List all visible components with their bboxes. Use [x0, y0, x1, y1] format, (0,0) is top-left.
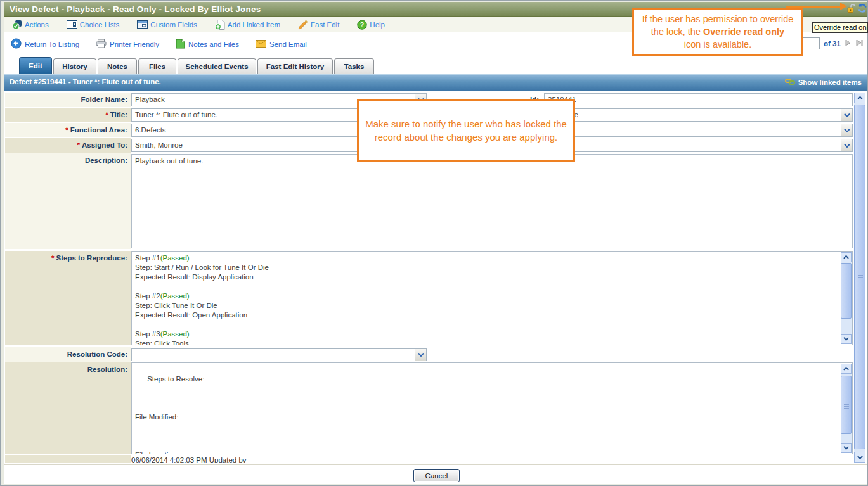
add-linked-item-label: Add Linked Item — [228, 21, 280, 29]
fast-edit-button[interactable]: Fast Edit — [298, 20, 339, 30]
right-field-2-combobox[interactable]: Duplicate — [544, 108, 853, 122]
send-email-link[interactable]: Send Email — [256, 40, 307, 49]
steps-textarea[interactable]: Step #1(Passed) Step: Start / Run / Look… — [131, 251, 853, 345]
functional-area-value: 6.Defects — [135, 126, 166, 134]
tab-fast-edit-history[interactable]: Fast Edit History — [257, 58, 333, 74]
resolution-code-label-cell: Resolution Code: — [5, 347, 131, 362]
custom-fields-icon — [137, 20, 148, 29]
scroll-down-icon[interactable] — [854, 452, 865, 463]
page-title: View Defect - Playback - Read Only - Loc… — [10, 4, 261, 14]
send-email-label: Send Email — [269, 41, 307, 48]
show-linked-items-link[interactable]: Show linked items — [785, 77, 862, 87]
resolution-label: Resolution: — [87, 366, 127, 373]
custom-fields-button[interactable]: Custom Fields — [137, 20, 197, 29]
notes-and-files-label: Notes and Files — [188, 41, 239, 48]
resolution-textarea[interactable]: Steps to Resolve: File Modified: File Lo… — [131, 362, 853, 454]
notes-and-files-link[interactable]: Notes and Files — [176, 39, 239, 50]
title-value: Tuner *: Flute out of tune. — [135, 111, 217, 118]
right-field-4-combobox[interactable] — [544, 139, 853, 152]
steps-scrollbar[interactable] — [841, 252, 852, 344]
printer-friendly-link[interactable]: Printer Friendly — [96, 39, 159, 49]
steps-label: Steps to Reproduce: — [56, 254, 127, 262]
steps-label-cell: *Steps to Reproduce: — [5, 251, 131, 346]
choice-lists-label: Choice Lists — [80, 21, 120, 29]
resolution-label-cell: Resolution: — [5, 362, 131, 455]
actions-icon — [12, 20, 22, 30]
required-marker: * — [51, 254, 54, 262]
tab-strip: Edit History Notes Files Scheduled Event… — [4, 55, 867, 74]
id-field[interactable]: 2519441 — [544, 93, 853, 106]
linked-chain-icon — [785, 77, 795, 87]
annotation-callout-top: If the user has permission to override t… — [632, 8, 803, 56]
title-label-cell: *Title: — [5, 108, 131, 123]
scroll-down-icon[interactable] — [841, 443, 852, 453]
fast-edit-icon — [298, 20, 308, 30]
show-linked-items-label: Show linked items — [798, 79, 862, 86]
tab-tasks[interactable]: Tasks — [334, 58, 374, 74]
scroll-up-icon[interactable] — [841, 252, 852, 262]
right-field-4-dropdown-icon[interactable] — [841, 139, 852, 151]
resolution-code-combobox[interactable] — [131, 348, 427, 361]
record-title: Defect #2519441 - Tuner *: Flute out of … — [10, 78, 161, 86]
scroll-up-icon[interactable] — [854, 93, 865, 103]
resolution-code-dropdown-icon[interactable] — [415, 349, 426, 361]
refresh-icon[interactable] — [857, 3, 867, 13]
record-header-bar: Defect #2519441 - Tuner *: Flute out of … — [4, 74, 867, 91]
resolution-code-label: Resolution Code: — [67, 350, 127, 358]
functional-area-label-cell: *Functional Area: — [5, 123, 131, 138]
annotation-text: the lock, the Override read only — [639, 25, 796, 38]
clipped-history-line: 06/06/2014 4:02:03 PM Updated by — [131, 455, 247, 463]
scroll-up-icon[interactable] — [841, 364, 852, 374]
description-value: Playback out of tune. — [135, 157, 203, 165]
tab-edit[interactable]: Edit — [19, 57, 52, 74]
next-record-icon[interactable] — [845, 39, 852, 48]
resolution-value: Steps to Resolve: File Modified: File Lo… — [135, 375, 204, 454]
folder-name-label: Folder Name: — [81, 96, 128, 103]
tab-notes[interactable]: Notes — [98, 58, 137, 74]
page-scroll-thumb[interactable] — [854, 105, 865, 449]
cancel-button[interactable]: Cancel — [413, 469, 460, 482]
resolution-scrollbar[interactable] — [841, 364, 852, 453]
functional-area-label: Functional Area: — [70, 126, 127, 134]
page-scrollbar[interactable] — [854, 93, 865, 463]
add-linked-item-button[interactable]: Add Linked Item — [215, 20, 280, 30]
return-to-listing-label: Return To Listing — [25, 41, 79, 48]
help-icon: ? — [357, 20, 367, 30]
custom-fields-label: Custom Fields — [150, 21, 197, 29]
footer-bar: Cancel — [4, 464, 867, 484]
override-read-only-tooltip: Override read only — [812, 22, 868, 33]
return-arrow-icon — [11, 38, 22, 50]
add-linked-item-icon — [215, 20, 225, 30]
title-label: Title: — [110, 111, 127, 118]
help-label: Help — [370, 21, 385, 29]
last-record-icon[interactable] — [855, 39, 864, 48]
description-textarea[interactable]: Playback out of tune. — [131, 154, 853, 248]
annotation-text: record about the changes you are applyin… — [364, 131, 568, 144]
actions-button[interactable]: Actions — [12, 20, 49, 30]
right-field-2-dropdown-icon[interactable] — [841, 109, 852, 121]
notes-page-icon — [176, 39, 185, 50]
annotation-text: Make sure to notify the user who has loc… — [364, 117, 568, 131]
assigned-to-label: Assigned To: — [82, 141, 127, 149]
right-field-3-dropdown-icon[interactable] — [841, 124, 852, 136]
annotation-text: icon is available. — [639, 38, 796, 51]
actions-label: Actions — [25, 21, 49, 29]
scroll-down-icon[interactable] — [841, 334, 852, 344]
override-read-only-lock-icon[interactable] — [847, 4, 857, 13]
choice-lists-button[interactable]: Choice Lists — [67, 20, 120, 29]
steps-scroll-thumb[interactable] — [841, 263, 852, 319]
printer-icon — [96, 39, 107, 49]
folder-name-label-cell: Folder Name: — [5, 93, 131, 108]
tab-files[interactable]: Files — [138, 58, 176, 74]
required-marker: * — [77, 141, 80, 149]
description-label: Description: — [85, 157, 127, 164]
resolution-scroll-thumb[interactable] — [841, 376, 852, 434]
return-to-listing-link[interactable]: Return To Listing — [11, 38, 79, 50]
tab-scheduled-events[interactable]: Scheduled Events — [178, 58, 256, 74]
description-label-cell: Description: — [5, 153, 131, 250]
svg-text:?: ? — [360, 21, 364, 29]
right-field-3-combobox[interactable]: SAP — [544, 124, 853, 137]
help-button[interactable]: ? Help — [357, 20, 385, 30]
tab-history[interactable]: History — [53, 58, 96, 74]
annotation-arrowhead-icon — [840, 3, 847, 10]
